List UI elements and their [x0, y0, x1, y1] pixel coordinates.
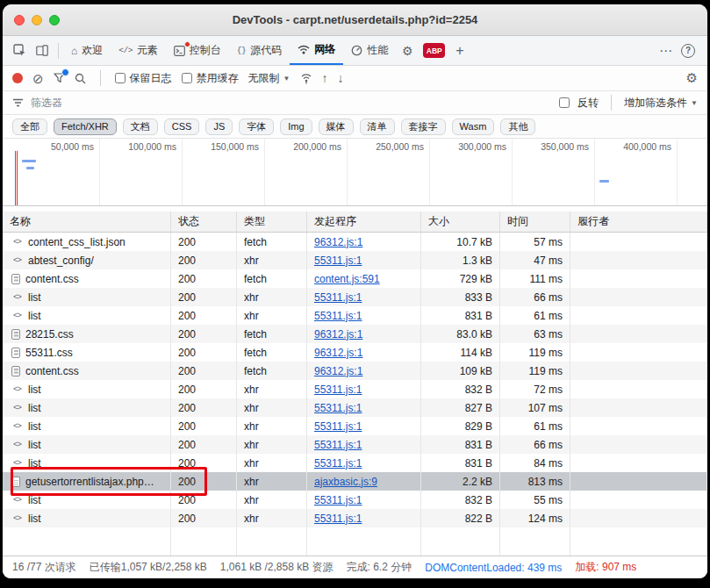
search-icon[interactable] — [75, 73, 86, 84]
column-header[interactable]: 时间 — [500, 212, 570, 232]
request-name-cell[interactable]: <>abtest_config/ — [3, 251, 171, 269]
throttling-dropdown[interactable]: 无限制 ▼ — [248, 71, 290, 86]
request-name-cell[interactable]: <>list — [3, 398, 171, 417]
zoom-window-button[interactable] — [49, 15, 60, 25]
request-name-cell[interactable]: content.css — [3, 269, 171, 288]
request-name-cell[interactable]: content.css — [3, 362, 171, 380]
filter-chip[interactable]: 其他 — [500, 118, 535, 135]
initiator-link[interactable]: 55311.js:1 — [314, 457, 362, 470]
table-row[interactable]: 55311.css200fetch96312.js:1114 kB119 ms — [3, 343, 707, 362]
request-name-cell[interactable]: <>list — [3, 509, 171, 527]
table-row[interactable]: <>abtest_config/200xhr55311.js:11.3 kB47… — [3, 251, 707, 269]
tab-elements[interactable]: </> 元素 — [111, 36, 166, 65]
record-network-log-button[interactable] — [12, 73, 23, 83]
initiator-link[interactable]: 55311.js:1 — [314, 494, 362, 506]
request-name-cell[interactable]: <>list — [3, 491, 171, 509]
settings-gear-icon[interactable]: ⚙ — [396, 39, 419, 62]
initiator-link[interactable]: 55311.js:1 — [314, 439, 362, 451]
import-har-icon[interactable]: ↑ — [322, 72, 328, 84]
disable-cache-checkbox[interactable]: 禁用缓存 — [182, 71, 239, 86]
checkbox-box[interactable] — [182, 73, 192, 83]
help-icon[interactable]: ? — [681, 44, 695, 58]
initiator-link[interactable]: 96312.js:1 — [314, 347, 362, 359]
table-row[interactable]: 28215.css200fetch96312.js:183.0 kB63 ms — [3, 325, 707, 343]
abp-extension-icon[interactable]: ABP — [423, 43, 445, 58]
initiator-link[interactable]: 96312.js:1 — [314, 328, 362, 341]
initiator-link[interactable]: 55311.js:1 — [314, 384, 362, 396]
request-name-cell[interactable]: <>list — [3, 380, 171, 398]
table-row[interactable]: content.css200fetch96312.js:1109 kB119 m… — [3, 362, 707, 380]
request-name-cell[interactable]: <>list — [3, 417, 171, 435]
request-name-cell[interactable]: <>list — [3, 306, 171, 325]
table-row[interactable]: <>list200xhr55311.js:1831 B66 ms — [3, 435, 707, 454]
request-name-cell[interactable]: <>list — [3, 454, 171, 472]
filter-chip[interactable]: Fetch/XHR — [54, 118, 117, 135]
clear-network-log-icon[interactable]: ⊘ — [32, 72, 44, 85]
table-row[interactable]: <>list200xhr55311.js:1832 B55 ms — [3, 491, 707, 509]
filter-chip[interactable]: CSS — [164, 118, 200, 135]
add-tab-icon[interactable]: + — [449, 43, 470, 59]
network-conditions-icon[interactable] — [300, 73, 312, 84]
table-row[interactable]: <>list200xhr55311.js:1831 B84 ms — [3, 454, 707, 472]
initiator-link[interactable]: 55311.js:1 — [314, 291, 362, 304]
column-header[interactable]: 名称 — [3, 212, 171, 232]
filter-chip[interactable]: 全部 — [12, 118, 47, 135]
checkbox-box[interactable] — [115, 73, 126, 83]
initiator-link[interactable]: ajaxbasic.js:9 — [314, 476, 377, 488]
minimize-window-button[interactable] — [32, 15, 42, 25]
column-header[interactable]: 发起程序 — [307, 212, 421, 232]
filter-chip[interactable]: Img — [280, 118, 312, 135]
initiator-link[interactable]: 55311.js:1 — [314, 402, 362, 414]
request-name-cell[interactable]: <>list — [3, 435, 171, 454]
filter-chip[interactable]: Wasm — [452, 118, 495, 135]
initiator-link[interactable]: 55311.js:1 — [314, 513, 362, 525]
table-row[interactable]: <>list200xhr55311.js:1829 B61 ms — [3, 417, 707, 435]
preserve-log-checkbox[interactable]: 保留日志 — [115, 71, 172, 86]
column-header[interactable]: 状态 — [171, 212, 237, 232]
close-window-button[interactable] — [14, 15, 25, 25]
column-header[interactable]: 大小 — [421, 212, 500, 232]
table-row[interactable]: <>list200xhr55311.js:1831 B61 ms — [3, 306, 707, 325]
tab-welcome[interactable]: ⌂ 欢迎 — [63, 36, 111, 65]
column-header[interactable]: 类型 — [237, 212, 307, 232]
column-header[interactable]: 履行者 — [570, 212, 707, 232]
table-row[interactable]: content.css200fetchcontent.js:591729 kB1… — [3, 269, 707, 288]
device-toolbar-icon[interactable] — [31, 39, 54, 62]
tab-network[interactable]: 网络 — [290, 36, 343, 65]
tab-performance[interactable]: 性能 — [343, 36, 396, 65]
tab-sources[interactable]: {} 源代码 — [229, 36, 290, 65]
network-overview-timeline[interactable]: 50,000 ms100,000 ms150,000 ms200,000 ms2… — [3, 139, 707, 206]
table-row[interactable]: getusertorrentlistajax.php…200xhrajaxbas… — [3, 472, 707, 491]
initiator-link[interactable]: content.js:591 — [314, 273, 380, 285]
network-settings-gear-icon[interactable]: ⚙ — [686, 70, 698, 86]
more-filters-dropdown[interactable]: 增加筛选条件 ▼ — [624, 96, 698, 111]
request-name-cell[interactable]: <>list — [3, 288, 171, 306]
filter-chip[interactable]: 文档 — [123, 118, 158, 135]
request-name-cell[interactable]: 55311.css — [3, 343, 171, 362]
table-row[interactable]: <>list200xhr55311.js:1822 B124 ms — [3, 509, 707, 527]
filter-toggle-icon[interactable] — [54, 73, 65, 83]
table-row[interactable]: <>list200xhr55311.js:1833 B66 ms — [3, 288, 707, 306]
request-name-cell[interactable]: <>content_css_list.json — [3, 233, 171, 251]
initiator-link[interactable]: 96312.js:1 — [314, 365, 362, 377]
initiator-link[interactable]: 55311.js:1 — [314, 310, 362, 322]
filter-chip[interactable]: 清单 — [360, 118, 395, 135]
request-name-cell[interactable]: 28215.css — [3, 325, 171, 343]
initiator-link[interactable]: 96312.js:1 — [314, 236, 362, 248]
inspect-element-icon[interactable] — [8, 39, 31, 62]
initiator-link[interactable]: 55311.js:1 — [314, 420, 362, 433]
table-row[interactable]: <>list200xhr55311.js:1832 B72 ms — [3, 380, 707, 398]
tab-console[interactable]: 控制台 — [166, 36, 229, 65]
more-options-icon[interactable]: ⋯ — [654, 43, 678, 59]
filter-chip[interactable]: JS — [205, 118, 233, 135]
filter-chip[interactable]: 字体 — [239, 118, 274, 135]
window-title-bar[interactable]: DevTools - carpt.net/userdetails.php?id=… — [3, 4, 707, 36]
initiator-link[interactable]: 55311.js:1 — [314, 255, 362, 267]
request-name-cell[interactable]: getusertorrentlistajax.php… — [3, 472, 171, 491]
table-row[interactable]: <>content_css_list.json200fetch96312.js:… — [3, 233, 707, 251]
invert-checkbox[interactable] — [559, 97, 570, 108]
table-row[interactable]: <>list200xhr55311.js:1827 B107 ms — [3, 398, 707, 417]
filter-input[interactable]: 筛选器 — [31, 96, 62, 111]
filter-chip[interactable]: 媒体 — [319, 118, 354, 135]
filter-chip[interactable]: 套接字 — [401, 118, 446, 135]
